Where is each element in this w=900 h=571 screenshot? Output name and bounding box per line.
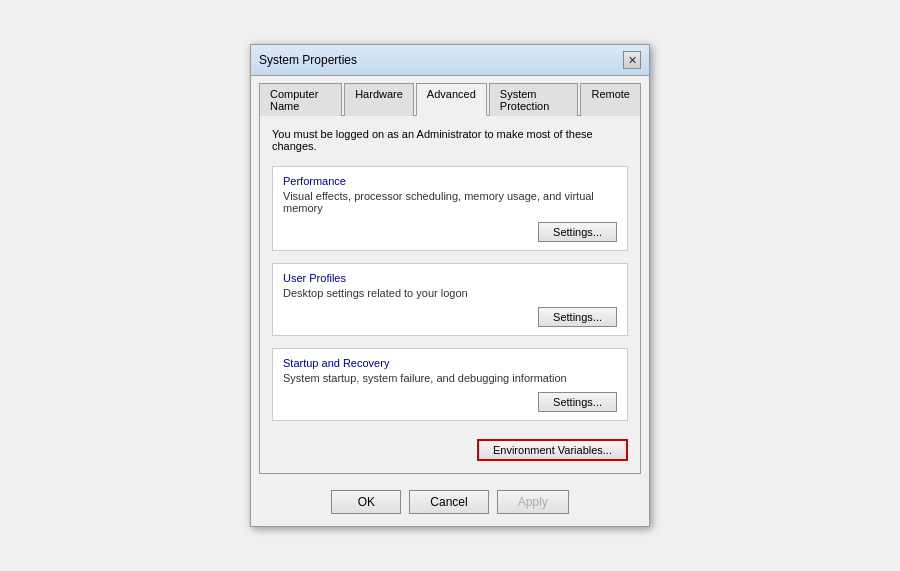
cancel-button[interactable]: Cancel [409, 490, 488, 514]
tab-strip: Computer Name Hardware Advanced System P… [251, 76, 649, 115]
startup-recovery-settings-button[interactable]: Settings... [538, 392, 617, 412]
tab-advanced[interactable]: Advanced [416, 83, 487, 116]
apply-button[interactable]: Apply [497, 490, 569, 514]
user-profiles-btn-row: Settings... [283, 307, 617, 327]
user-profiles-description: Desktop settings related to your logon [283, 287, 617, 299]
user-profiles-settings-button[interactable]: Settings... [538, 307, 617, 327]
env-variables-row: Environment Variables... [272, 439, 628, 461]
tab-remote[interactable]: Remote [580, 83, 641, 116]
startup-recovery-section: Startup and Recovery System startup, sys… [272, 348, 628, 421]
tab-computer-name[interactable]: Computer Name [259, 83, 342, 116]
dialog-buttons: OK Cancel Apply [251, 482, 649, 526]
user-profiles-section: User Profiles Desktop settings related t… [272, 263, 628, 336]
performance-title: Performance [283, 175, 617, 187]
title-bar: System Properties ✕ [251, 45, 649, 76]
tab-content-advanced: You must be logged on as an Administrato… [259, 115, 641, 474]
startup-recovery-btn-row: Settings... [283, 392, 617, 412]
user-profiles-title: User Profiles [283, 272, 617, 284]
tab-system-protection[interactable]: System Protection [489, 83, 579, 116]
startup-recovery-description: System startup, system failure, and debu… [283, 372, 617, 384]
performance-btn-row: Settings... [283, 222, 617, 242]
dialog-title: System Properties [259, 53, 357, 67]
ok-button[interactable]: OK [331, 490, 401, 514]
performance-settings-button[interactable]: Settings... [538, 222, 617, 242]
performance-section: Performance Visual effects, processor sc… [272, 166, 628, 251]
system-properties-dialog: System Properties ✕ Computer Name Hardwa… [250, 44, 650, 527]
startup-recovery-title: Startup and Recovery [283, 357, 617, 369]
admin-notice: You must be logged on as an Administrato… [272, 128, 628, 152]
tab-hardware[interactable]: Hardware [344, 83, 414, 116]
performance-description: Visual effects, processor scheduling, me… [283, 190, 617, 214]
environment-variables-button[interactable]: Environment Variables... [477, 439, 628, 461]
close-button[interactable]: ✕ [623, 51, 641, 69]
